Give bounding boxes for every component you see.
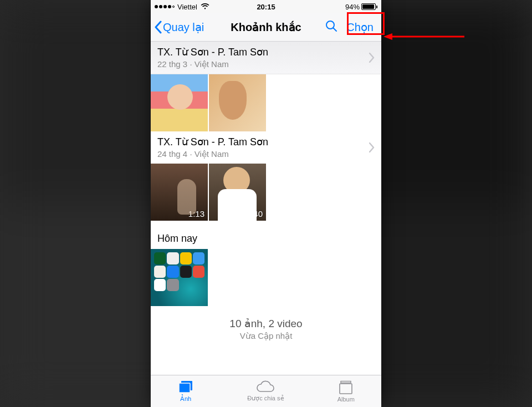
- battery-icon: [361, 3, 377, 10]
- phone-frame: Viettel 20:15 94% Quay lại Khoảnh khắc: [151, 0, 381, 407]
- moment-title: TX. Từ Sơn - P. Tam Sơn: [157, 136, 369, 148]
- moment-title: TX. Từ Sơn - P. Tam Sơn: [157, 46, 369, 58]
- status-bar: Viettel 20:15 94%: [151, 0, 381, 13]
- chevron-left-icon: [154, 21, 162, 34]
- cloud-tab-icon: [256, 380, 275, 394]
- chevron-right-icon: [369, 53, 375, 63]
- moment-title: Hôm nay: [157, 233, 375, 245]
- tab-label: Album: [337, 396, 355, 403]
- signal-strength-icon: [155, 5, 175, 8]
- chevron-right-icon: [369, 143, 375, 152]
- moment-header[interactable]: Hôm nay: [151, 221, 381, 249]
- svg-rect-4: [341, 381, 351, 383]
- status-left: Viettel: [155, 3, 209, 11]
- photo-thumbnail[interactable]: [151, 249, 208, 306]
- photo-thumbnail[interactable]: [209, 74, 266, 131]
- thumb-row: [151, 74, 381, 131]
- thumb-row: [151, 249, 381, 306]
- tab-shared[interactable]: Được chia sẻ: [247, 380, 284, 402]
- tab-label: Ảnh: [180, 395, 191, 403]
- clock: 20:15: [257, 3, 275, 11]
- summary-count: 10 ảnh, 2 video: [151, 317, 381, 330]
- summary-updated: Vừa Cập nhật: [151, 331, 381, 341]
- photo-thumbnail[interactable]: [151, 74, 208, 131]
- thumb-row: 1:13 0:40: [151, 164, 381, 221]
- album-tab-icon: [338, 380, 354, 395]
- moment-header[interactable]: TX. Từ Sơn - P. Tam Sơn 22 thg 3 · Việt …: [151, 42, 381, 74]
- tab-bar: Ảnh Được chia sẻ Album: [151, 375, 381, 407]
- photos-tab-icon: [177, 380, 194, 394]
- video-duration: 1:13: [188, 209, 204, 218]
- back-button[interactable]: Quay lại: [154, 21, 204, 34]
- svg-rect-3: [179, 383, 190, 393]
- nav-bar: Quay lại Khoảnh khắc Chọn: [151, 13, 381, 42]
- search-icon: [325, 20, 337, 34]
- search-button[interactable]: [321, 18, 342, 37]
- moment-subtitle: 24 thg 4 · Việt Nam: [157, 149, 369, 159]
- library-summary: 10 ảnh, 2 video Vừa Cập nhật: [151, 306, 381, 348]
- battery-pct: 94%: [345, 3, 360, 11]
- select-label: Chọn: [346, 21, 374, 33]
- video-thumbnail[interactable]: 0:40: [209, 164, 266, 221]
- tab-photos[interactable]: Ảnh: [177, 380, 194, 403]
- svg-line-1: [334, 28, 337, 32]
- status-right: 94%: [345, 3, 377, 11]
- moment-subtitle: 22 thg 3 · Việt Nam: [157, 59, 369, 69]
- svg-rect-5: [340, 384, 352, 394]
- wifi-icon: [201, 3, 209, 10]
- tab-label: Được chia sẻ: [247, 395, 284, 402]
- select-button[interactable]: Chọn: [342, 18, 378, 36]
- video-duration: 0:40: [247, 209, 263, 218]
- moment-header[interactable]: TX. Từ Sơn - P. Tam Sơn 24 thg 4 · Việt …: [151, 131, 381, 164]
- page-title: Khoảnh khắc: [231, 21, 301, 34]
- carrier-label: Viettel: [177, 3, 197, 11]
- back-label: Quay lại: [163, 21, 204, 34]
- moments-scroll[interactable]: TX. Từ Sơn - P. Tam Sơn 22 thg 3 · Việt …: [151, 42, 381, 375]
- tab-album[interactable]: Album: [337, 380, 355, 403]
- video-thumbnail[interactable]: 1:13: [151, 164, 208, 221]
